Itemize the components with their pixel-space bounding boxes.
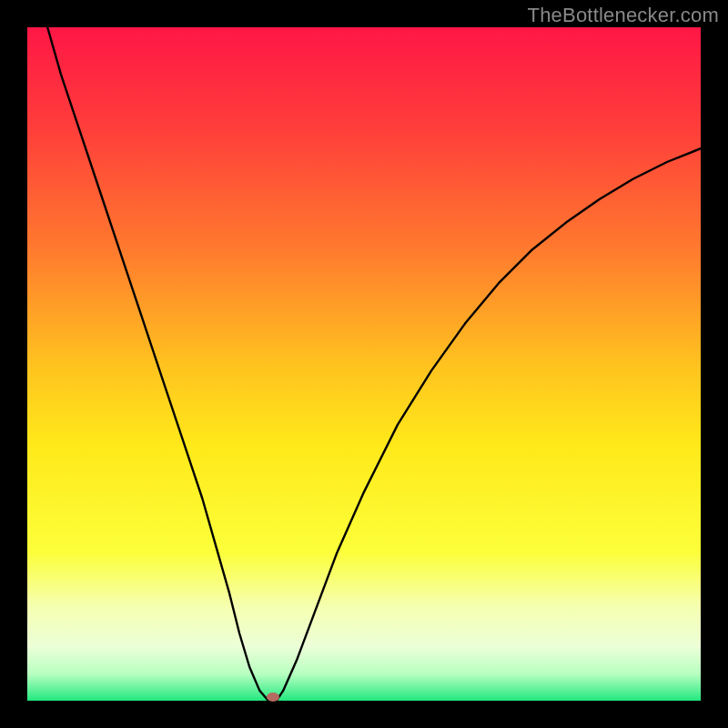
chart-frame: TheBottlenecker.com — [0, 0, 728, 728]
optimal-point-marker — [267, 693, 279, 702]
gradient-background — [27, 27, 701, 701]
bottleneck-chart — [27, 27, 701, 701]
watermark-text: TheBottlenecker.com — [528, 4, 719, 27]
